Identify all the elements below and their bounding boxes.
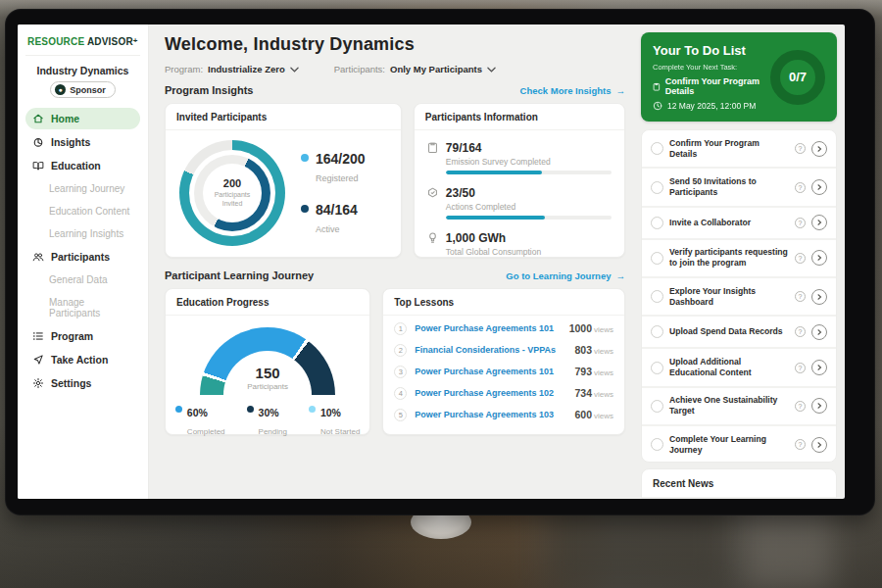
task-checkbox[interactable] [651, 325, 663, 338]
sidebar-item-participants[interactable]: Participants [25, 246, 140, 268]
legend-pending: 30%Pending [247, 403, 287, 438]
task-row[interactable]: Complete Your Learning Journey ? [642, 426, 836, 463]
logo-plus: + [133, 36, 138, 45]
link-label: Go to Learning Journey [506, 270, 611, 281]
sidebar-item-learning-journey[interactable]: Learning Journey [25, 178, 140, 199]
chevron-right-icon[interactable] [811, 179, 827, 195]
todo-summary-card: Your To Do List Complete Your Next Task:… [641, 32, 837, 122]
task-checkbox[interactable] [651, 362, 663, 374]
lesson-rank: 3 [394, 366, 407, 378]
sidebar-item-insights[interactable]: Insights [25, 131, 140, 153]
lesson-link[interactable]: Financial Considerations - VPPAs [415, 345, 566, 355]
task-checkbox[interactable] [651, 252, 663, 265]
help-icon[interactable]: ? [795, 326, 806, 337]
sidebar-item-program[interactable]: Program [25, 325, 140, 347]
take-action-icon [32, 354, 44, 366]
program-icon [32, 330, 44, 342]
task-row[interactable]: Upload Additional Educational Content ? [642, 349, 836, 387]
task-row[interactable]: Invite a Collaborator ? [642, 208, 836, 240]
task-row[interactable]: Confirm Your Program Details ? [642, 130, 836, 169]
sidebar-item-education-content[interactable]: Education Content [25, 201, 140, 221]
lesson-rank: 5 [394, 409, 407, 421]
participants-filter[interactable]: Participants: Only My Participants [334, 64, 496, 74]
sidebar-item-learning-insights[interactable]: Learning Insights [25, 223, 140, 244]
task-checkbox[interactable] [651, 290, 663, 303]
gauge-center-value: 150 [256, 365, 280, 381]
help-icon[interactable]: ? [795, 291, 806, 302]
invited-donut-chart: 200 Participants Invited [179, 140, 285, 246]
check-more-insights-link[interactable]: Check More Insights → [520, 85, 625, 96]
sidebar-item-take-action[interactable]: Take Action [25, 349, 140, 370]
task-checkbox[interactable] [651, 400, 663, 413]
metric-label: Actions Completed [446, 202, 612, 212]
actions-icon [427, 185, 438, 220]
chevron-down-icon [290, 67, 299, 73]
lesson-link[interactable]: Power Purchase Agreements 101 [415, 367, 566, 376]
lesson-rank: 2 [394, 344, 407, 357]
chevron-right-icon[interactable] [811, 215, 827, 230]
lesson-link[interactable]: Power Purchase Agreements 103 [415, 410, 566, 419]
help-icon[interactable]: ? [795, 218, 806, 228]
participants-information-card: Participants Information 79/164 Emission… [414, 103, 625, 258]
task-row[interactable]: Verify participants requesting to join t… [642, 240, 836, 278]
task-checkbox[interactable] [651, 142, 663, 155]
sidebar-item-label: Education Content [49, 206, 129, 217]
task-row[interactable]: Achieve One Sustainability Target ? [642, 388, 836, 426]
lesson-views: 600views [574, 409, 613, 420]
help-icon[interactable]: ? [795, 253, 806, 264]
task-label: Confirm Your Program Details [669, 138, 789, 160]
legend-active: 84/164 Active [301, 201, 366, 236]
education-icon [32, 160, 44, 172]
chevron-right-icon[interactable] [811, 324, 827, 340]
task-row[interactable]: Send 50 Invitations to Participants ? [642, 169, 836, 207]
task-row[interactable]: Upload Spend Data Records ? [642, 317, 836, 349]
sidebar-item-manage-participants[interactable]: Manage Participants [25, 292, 140, 323]
donut-legend: 164/200 Registered 84/164 Active [301, 150, 366, 236]
help-icon[interactable]: ? [795, 182, 806, 193]
sponsor-label: Sponsor [70, 85, 106, 95]
todo-panel: Your To Do List Complete Your Next Task:… [637, 24, 845, 499]
lesson-link[interactable]: Power Purchase Agreements 101 [415, 323, 561, 333]
todo-title: Your To Do List [653, 43, 762, 58]
chevron-right-icon[interactable] [811, 398, 827, 414]
help-icon[interactable]: ? [795, 143, 806, 154]
help-icon[interactable]: ? [795, 401, 806, 412]
task-checkbox[interactable] [651, 181, 663, 194]
sidebar-item-general-data[interactable]: General Data [25, 270, 140, 290]
recent-news-title: Recent News [642, 469, 836, 498]
filter-row: Program: Industrialize Zero Participants… [165, 64, 625, 74]
lesson-rank: 1 [394, 322, 407, 335]
sponsor-badge[interactable]: ● Sponsor [50, 81, 116, 98]
survey-icon [427, 140, 438, 174]
education-progress-gauge: 150 Participants [200, 327, 335, 395]
sidebar-item-home[interactable]: Home [25, 108, 140, 129]
program-filter[interactable]: Program: Industrialize Zero [165, 64, 299, 74]
chevron-right-icon[interactable] [811, 141, 827, 157]
help-icon[interactable]: ? [795, 439, 806, 450]
task-label: Explore Your Insights Dashboard [669, 286, 789, 308]
legend-value: 84/164 [316, 202, 358, 218]
chevron-right-icon[interactable] [811, 289, 827, 305]
invited-participants-card: Invited Participants 200 Participants In… [165, 103, 402, 258]
app-logo: RESOURCE ADVISOR+ [25, 34, 140, 56]
sidebar-item-settings[interactable]: Settings [25, 372, 140, 394]
chevron-right-icon[interactable] [811, 250, 827, 266]
chevron-right-icon[interactable] [811, 360, 827, 375]
chevron-right-icon[interactable] [811, 437, 827, 453]
legend-dot [301, 154, 309, 162]
task-checkbox[interactable] [651, 217, 663, 229]
metric-value: 1,000 GWh [446, 231, 506, 245]
donut-center-value: 200 [223, 177, 241, 189]
task-row[interactable]: Explore Your Insights Dashboard ? [642, 278, 836, 317]
metric-value: 79/164 [446, 141, 482, 155]
settings-icon [32, 377, 44, 389]
learning-journey-title: Participant Learning Journey [165, 270, 314, 281]
metric-label: Emission Survey Completed [446, 157, 612, 167]
task-checkbox[interactable] [651, 438, 663, 451]
sidebar-item-label: Home [51, 113, 79, 124]
lesson-link[interactable]: Power Purchase Agreements 102 [415, 388, 566, 398]
lesson-views: 803views [574, 344, 613, 356]
help-icon[interactable]: ? [795, 363, 806, 373]
sidebar-item-education[interactable]: Education [25, 155, 140, 176]
go-to-learning-journey-link[interactable]: Go to Learning Journey → [506, 270, 625, 281]
